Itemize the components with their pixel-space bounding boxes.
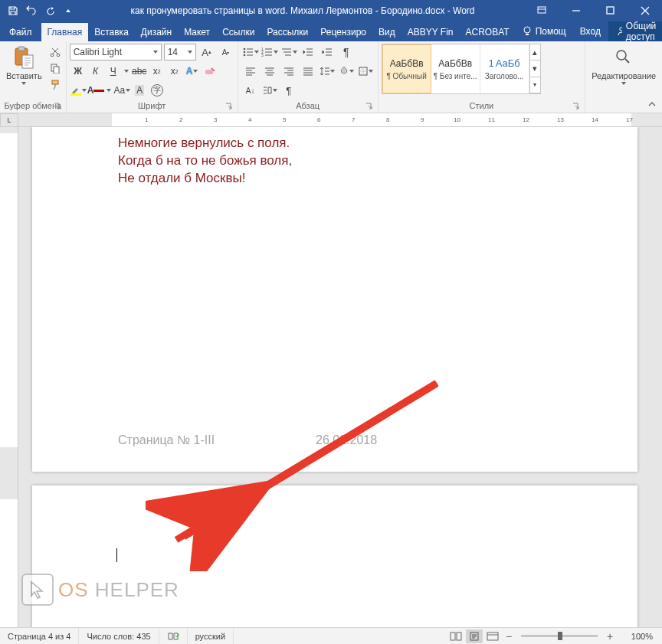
change-case-icon[interactable]: Aa <box>113 82 130 99</box>
paste-button[interactable]: Вставить <box>3 44 45 87</box>
tab-file[interactable]: Файл <box>0 23 41 41</box>
align-center-icon[interactable] <box>261 63 279 80</box>
style-normal[interactable]: АаБбВв ¶ Обычный <box>382 44 431 93</box>
gallery-up-icon[interactable]: ▴ <box>530 44 540 60</box>
collapse-ribbon-icon[interactable] <box>647 99 659 111</box>
gallery-scroll[interactable]: ▴ ▾ ▾ <box>529 44 540 93</box>
view-print-icon[interactable] <box>466 629 483 643</box>
sort-icon[interactable]: А↓ <box>241 82 260 99</box>
style-no-spacing[interactable]: АаБбВв ¶ Без инте... <box>431 44 480 93</box>
status-spellcheck[interactable] <box>159 628 188 644</box>
editing-button[interactable]: Редактирование <box>588 44 659 87</box>
document-text[interactable]: Немногие вернулись с поля. Когда б на то… <box>118 135 292 188</box>
strikethrough-button[interactable]: abc <box>131 63 148 80</box>
tell-me-label: Помощ <box>536 26 566 37</box>
highlight-color-icon[interactable] <box>70 82 87 99</box>
tab-acrobat[interactable]: ACROBAT <box>460 23 516 41</box>
copy-icon[interactable] <box>48 60 63 76</box>
undo-icon[interactable] <box>23 2 40 19</box>
zoom-out-button[interactable]: − <box>503 630 515 642</box>
status-page[interactable]: Страница 4 из 4 <box>0 628 79 644</box>
tell-me-button[interactable]: Помощ <box>516 26 572 37</box>
tab-design[interactable]: Дизайн <box>135 23 178 41</box>
dialog-launcher-icon[interactable] <box>54 103 61 110</box>
multilevel-list-icon[interactable] <box>280 44 298 60</box>
tab-selector[interactable]: L <box>0 113 18 127</box>
line-spacing-icon[interactable] <box>318 63 336 80</box>
increase-indent-icon[interactable] <box>318 44 336 60</box>
subscript-button[interactable]: x2 <box>149 63 166 80</box>
vertical-ruler[interactable] <box>0 127 18 627</box>
shading-icon[interactable] <box>337 63 356 80</box>
grow-font-icon[interactable]: A▴ <box>198 44 215 60</box>
status-language[interactable]: русский <box>188 628 234 644</box>
superscript-button[interactable]: x2 <box>166 63 183 80</box>
redo-icon[interactable] <box>41 2 58 19</box>
zoom-in-button[interactable]: + <box>604 630 616 642</box>
dialog-launcher-icon[interactable] <box>225 103 233 110</box>
svg-rect-1 <box>607 7 614 14</box>
tab-abbyy[interactable]: ABBYY Fin <box>401 23 460 41</box>
horizontal-ruler[interactable]: 123456789101112131417 <box>18 113 662 127</box>
font-color-icon[interactable]: A <box>87 82 105 99</box>
decrease-indent-icon[interactable] <box>299 44 317 60</box>
dialog-launcher-icon[interactable] <box>365 103 373 110</box>
tab-mailings[interactable]: Рассылки <box>261 23 314 41</box>
ribbon-options-icon[interactable] <box>524 0 559 21</box>
minimize-icon[interactable] <box>559 0 593 21</box>
share-button[interactable]: Общий доступ <box>608 21 662 41</box>
format-painter-icon[interactable] <box>48 77 63 93</box>
underline-button[interactable]: Ч <box>105 63 122 80</box>
view-web-icon[interactable] <box>484 629 501 643</box>
align-right-icon[interactable] <box>280 63 298 80</box>
justify-icon[interactable] <box>299 63 317 80</box>
cut-icon[interactable] <box>48 44 63 59</box>
show-marks-icon[interactable]: ¶ <box>337 44 356 60</box>
bullets-icon[interactable] <box>241 44 260 60</box>
font-size-select[interactable]: 14 <box>164 44 196 60</box>
tab-insert[interactable]: Вставка <box>88 23 135 41</box>
styles-gallery[interactable]: АаБбВв ¶ Обычный АаБбВв ¶ Без инте... 1А… <box>382 44 541 94</box>
share-icon <box>616 26 622 37</box>
close-icon[interactable] <box>628 0 662 21</box>
tab-view[interactable]: Вид <box>372 23 401 41</box>
tab-home[interactable]: Главная <box>41 23 89 41</box>
italic-button[interactable]: К <box>87 63 104 80</box>
paragraph-marks-icon[interactable]: ¶ <box>280 82 298 99</box>
tab-layout[interactable]: Макет <box>178 23 216 41</box>
font-name-select[interactable]: Calibri Light <box>70 44 162 60</box>
status-words[interactable]: Число слов: 435 <box>79 628 159 644</box>
dialog-launcher-icon[interactable] <box>572 103 580 110</box>
tab-references[interactable]: Ссылки <box>216 23 261 41</box>
asian-layout-icon[interactable] <box>261 82 279 99</box>
maximize-icon[interactable] <box>593 0 628 21</box>
gallery-more-icon[interactable]: ▾ <box>530 77 540 93</box>
zoom-slider[interactable] <box>521 635 598 637</box>
document-page-1[interactable]: Немногие вернулись с поля. Когда б на то… <box>32 127 637 472</box>
save-icon[interactable] <box>5 2 21 19</box>
login-button[interactable]: Вход <box>572 26 608 37</box>
zoom-level[interactable]: 100% <box>618 632 656 641</box>
enclose-char-icon[interactable]: 字 <box>149 82 166 99</box>
status-bar: Страница 4 из 4 Число слов: 435 русский … <box>0 627 662 644</box>
view-read-icon[interactable] <box>447 629 464 643</box>
qat-customize-icon[interactable] <box>60 2 77 19</box>
char-shading-icon[interactable]: A <box>131 82 148 99</box>
paste-icon <box>11 45 36 70</box>
align-left-icon[interactable] <box>241 63 260 80</box>
style-heading1[interactable]: 1АаБб Заголово... <box>480 44 529 93</box>
clear-formatting-icon[interactable] <box>202 63 218 80</box>
share-label: Общий доступ <box>626 21 661 42</box>
bold-button[interactable]: Ж <box>70 63 87 80</box>
gallery-down-icon[interactable]: ▾ <box>530 60 540 77</box>
paste-label: Вставить <box>6 71 42 80</box>
numbering-icon[interactable]: 123 <box>261 44 279 60</box>
borders-icon[interactable] <box>356 63 375 80</box>
shrink-font-icon[interactable]: A▾ <box>218 44 234 60</box>
document-page-2[interactable] <box>32 485 637 627</box>
title-bar: как пронумеровать страницы в word. Михаи… <box>0 0 662 21</box>
text-effects-icon[interactable]: A <box>184 63 201 80</box>
tab-review[interactable]: Рецензиро <box>314 23 372 41</box>
svg-text:3: 3 <box>261 53 264 57</box>
svg-point-16 <box>243 54 245 57</box>
